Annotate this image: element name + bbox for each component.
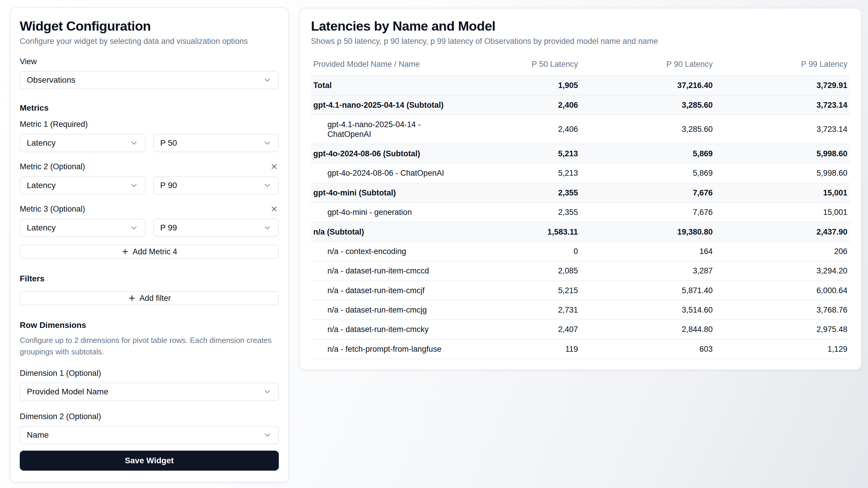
metric-measure-select[interactable]: Latency [20, 219, 146, 237]
row-name-cell: n/a (Subtotal) [311, 223, 478, 241]
p90-latency-cell: 603 [580, 340, 715, 358]
p99-latency-cell: 2,975.48 [715, 320, 850, 339]
remove-metric-button[interactable] [270, 162, 279, 171]
p99-latency-cell: 1,129 [715, 340, 850, 358]
x-icon [270, 162, 278, 171]
metrics-list: Metric 1 (Required) Latency P 50 [20, 113, 279, 237]
add-filter-button[interactable]: Add filter [20, 291, 279, 305]
row-dimensions-label: Row Dimensions [20, 321, 279, 330]
row-name-cell: gpt-4.1-nano-2025-04-14 (Subtotal) [311, 96, 478, 115]
metric-measure-value: Latency [27, 181, 56, 190]
config-panel-title: Widget Configuration [20, 19, 279, 34]
chevron-down-icon [263, 76, 272, 85]
add-metric-label: Add Metric 4 [132, 247, 177, 256]
p99-latency-cell: 3,768.76 [715, 300, 850, 319]
chevron-down-icon [263, 223, 272, 232]
row-name-cell: n/a - context-encoding [311, 242, 478, 261]
p50-latency-cell: 119 [478, 340, 580, 358]
row-name-cell: gpt-4o-mini - generation [311, 203, 478, 222]
row-name-cell: gpt-4.1-nano-2025-04-14 - ChatOpenAI [311, 115, 478, 143]
row-name-cell: gpt-4o-2024-08-06 (Subtotal) [311, 144, 478, 163]
table-row: Total 1,905 37,216.40 3,729.91 [311, 76, 850, 95]
plus-icon [128, 294, 136, 302]
metric-aggregation-value: P 90 [160, 181, 177, 190]
p99-latency-cell: 2,437.90 [715, 223, 850, 241]
p50-latency-cell: 2,731 [478, 300, 580, 319]
table-header-row: Provided Model Name / Name P 50 Latency … [311, 55, 850, 76]
plus-icon [121, 248, 129, 256]
p50-latency-cell: 5,213 [478, 144, 580, 163]
filters-section-label: Filters [20, 274, 279, 284]
p99-latency-cell: 15,001 [715, 183, 850, 202]
metric-block: Metric 2 (Optional) Latency P 90 [20, 162, 279, 195]
p90-latency-cell: 164 [580, 242, 715, 261]
p50-latency-cell: 2,406 [478, 120, 580, 139]
row-name-cell: n/a - dataset-run-item-cmccd [311, 261, 478, 280]
metric-measure-select[interactable]: Latency [20, 176, 146, 195]
p50-latency-cell: 0 [478, 242, 580, 261]
table-row: gpt-4.1-nano-2025-04-14 (Subtotal) 2,406… [311, 96, 850, 115]
table-row: gpt-4o-mini - generation 2,355 7,676 15,… [311, 203, 850, 222]
column-header: P 90 Latency [580, 60, 715, 69]
dimension1-value: Provided Model Name [27, 387, 108, 396]
metric-aggregation-value: P 50 [160, 138, 177, 148]
metric-aggregation-select[interactable]: P 99 [153, 219, 279, 237]
p90-latency-cell: 3,514.60 [580, 300, 715, 319]
p99-latency-cell: 3,294.20 [715, 261, 850, 280]
p99-latency-cell: 15,001 [715, 203, 850, 222]
p50-latency-cell: 1,583.11 [478, 223, 580, 241]
metric-block: Metric 1 (Required) Latency P 50 [20, 119, 279, 152]
table-row: gpt-4.1-nano-2025-04-14 - ChatOpenAI 2,4… [311, 115, 850, 144]
table-row: n/a - fetch-prompt-from-langfuse 119 603… [311, 340, 850, 359]
p99-latency-cell: 3,723.14 [715, 120, 850, 139]
chevron-down-icon [129, 223, 138, 232]
metric-label: Metric 3 (Optional) [20, 204, 85, 214]
latencies-table: Provided Model Name / Name P 50 Latency … [311, 55, 850, 359]
dimension2-value: Name [27, 430, 49, 440]
p90-latency-cell: 7,676 [580, 183, 715, 202]
table-row: n/a - dataset-run-item-cmcjf 5,215 5,871… [311, 281, 850, 300]
row-name-cell: n/a - dataset-run-item-cmcjf [311, 281, 478, 300]
widget-configuration-panel: Widget Configuration Configure your widg… [10, 7, 289, 482]
chevron-down-icon [129, 181, 138, 190]
metric-measure-select[interactable]: Latency [20, 134, 146, 152]
chevron-down-icon [263, 431, 272, 440]
p50-latency-cell: 2,355 [478, 203, 580, 222]
view-select[interactable]: Observations [20, 71, 279, 89]
dimension1-select[interactable]: Provided Model Name [20, 383, 279, 401]
dimension2-select[interactable]: Name [20, 426, 279, 444]
view-select-value: Observations [27, 75, 75, 85]
p90-latency-cell: 3,287 [580, 261, 715, 280]
add-metric-button[interactable]: Add Metric 4 [20, 245, 279, 259]
p90-latency-cell: 5,869 [580, 144, 715, 163]
p50-latency-cell: 5,213 [478, 164, 580, 183]
p99-latency-cell: 6,000.64 [715, 281, 850, 300]
add-filter-label: Add filter [140, 294, 171, 303]
p50-latency-cell: 1,905 [478, 76, 580, 95]
p99-latency-cell: 3,729.91 [715, 76, 850, 95]
p90-latency-cell: 2,844.80 [580, 320, 715, 339]
p99-latency-cell: 206 [715, 242, 850, 261]
p90-latency-cell: 5,869 [580, 164, 715, 183]
row-name-cell: n/a - dataset-run-item-cmcky [311, 320, 478, 339]
p99-latency-cell: 3,723.14 [715, 96, 850, 115]
remove-metric-button[interactable] [270, 204, 279, 214]
metric-aggregation-value: P 99 [160, 223, 177, 232]
widget-preview-panel: Latencies by Name and Model Shows p 50 l… [299, 8, 862, 370]
metric-label: Metric 2 (Optional) [20, 162, 85, 171]
p50-latency-cell: 2,407 [478, 320, 580, 339]
row-name-cell: gpt-4o-mini (Subtotal) [311, 183, 478, 202]
column-header: P 99 Latency [715, 60, 850, 69]
dimension2-label: Dimension 2 (Optional) [20, 412, 279, 421]
p50-latency-cell: 2,406 [478, 96, 580, 115]
save-widget-button[interactable]: Save Widget [20, 451, 279, 470]
metric-aggregation-select[interactable]: P 90 [153, 176, 279, 195]
metric-aggregation-select[interactable]: P 50 [153, 134, 279, 152]
p90-latency-cell: 7,676 [580, 203, 715, 222]
preview-subtitle: Shows p 50 latency, p 90 latency, p 99 l… [311, 37, 850, 46]
chevron-down-icon [263, 181, 272, 190]
metric-measure-value: Latency [27, 138, 56, 148]
metrics-section-label: Metrics [20, 103, 279, 113]
config-panel-subtitle: Configure your widget by selecting data … [20, 37, 279, 46]
p90-latency-cell: 19,380.80 [580, 223, 715, 241]
